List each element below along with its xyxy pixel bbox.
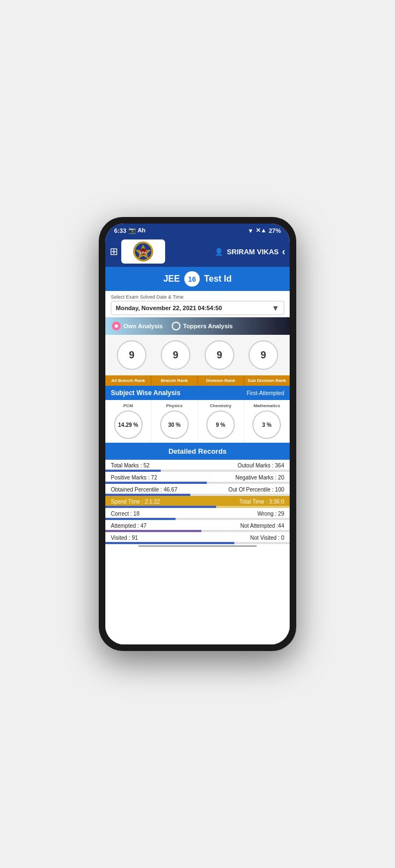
rank-circle-3: 9 bbox=[205, 340, 234, 370]
negative-marks-value: Negative Marks : 20 bbox=[235, 475, 284, 481]
mathematics-label: Mathematics bbox=[253, 403, 280, 408]
all-branch-rank-tab[interactable]: All Branch Rank bbox=[105, 375, 151, 386]
spend-time-row: Spend Time : 2:1:22 Total Time : 3:36:0 bbox=[105, 496, 290, 506]
rank-circles-section: 9 9 9 9 bbox=[105, 335, 290, 375]
signal-icon: ✕▲ bbox=[256, 227, 267, 234]
outof-marks-value: Outouf Marks : 364 bbox=[238, 462, 284, 469]
subject-card-mathematics[interactable]: Mathematics 3 % bbox=[244, 400, 290, 442]
branch-rank-tab[interactable]: Branch Rank bbox=[151, 375, 198, 386]
pcm-label: PCM bbox=[123, 403, 133, 408]
analysis-toggle-bar: Own Analysis Toppers Analysis bbox=[105, 317, 290, 335]
visited-bar bbox=[105, 542, 234, 544]
back-button[interactable]: ‹ bbox=[282, 246, 285, 258]
own-analysis-option[interactable]: Own Analysis bbox=[112, 322, 163, 330]
wrong-value: Wrong : 29 bbox=[257, 511, 284, 517]
jee-testid: Test Id bbox=[204, 274, 232, 284]
rank-circle-4: 9 bbox=[249, 340, 278, 370]
logo-box: ERA bbox=[121, 239, 165, 264]
subject-analysis-subtitle: First-Attempted bbox=[247, 390, 284, 396]
chemistry-label: Chemistry bbox=[210, 403, 232, 408]
subject-cards-row: PCM 14.29 % Physics 30 % Chemistry 9 % M… bbox=[105, 400, 290, 443]
physics-circle: 30 % bbox=[160, 410, 189, 439]
dropdown-arrow-icon: ▼ bbox=[272, 304, 279, 312]
wifi-icon: ▼ bbox=[247, 227, 253, 234]
toppers-analysis-radio[interactable] bbox=[172, 322, 180, 330]
date-selector[interactable]: Monday, November 22, 2021 04:54:50 ▼ bbox=[111, 301, 284, 315]
date-select-label: Select Exam Solved Date & Time bbox=[111, 294, 284, 300]
percentile-row: Obtained Percentile : 46.67 Out Of Perce… bbox=[105, 484, 290, 494]
status-time: 6:33 bbox=[114, 227, 126, 234]
correct-row: Correct : 18 Wrong : 29 bbox=[105, 508, 290, 518]
battery-level: 27% bbox=[269, 227, 281, 234]
mathematics-circle: 3 % bbox=[252, 410, 281, 439]
records-section[interactable]: Total Marks : 52 Outouf Marks : 364 Posi… bbox=[105, 460, 290, 644]
app-logo: ERA bbox=[133, 242, 153, 261]
date-value: Monday, November 22, 2021 04:54:50 bbox=[116, 305, 222, 311]
phone-screen: 6:33 📷 Ah ▼ ✕▲ 27% ⊞ ERA bbox=[105, 224, 290, 644]
status-icons: 📷 Ah bbox=[128, 227, 145, 234]
rank-circle-2: 9 bbox=[161, 340, 190, 370]
user-section: 👤 SRIRAM VIKAS ‹ bbox=[170, 246, 285, 258]
jee-label: JEE bbox=[163, 274, 180, 284]
physics-label: Physics bbox=[166, 403, 183, 408]
attempted-row: Attempted : 47 Not Attempted :44 bbox=[105, 520, 290, 530]
total-marks-row: Total Marks : 52 Outouf Marks : 364 bbox=[105, 460, 290, 470]
subject-card-pcm[interactable]: PCM 14.29 % bbox=[105, 400, 151, 442]
spend-time-label: Spend Time : 2:1:22 bbox=[111, 499, 160, 505]
date-section: Select Exam Solved Date & Time Monday, N… bbox=[105, 291, 290, 317]
sub-division-rank-tab[interactable]: Sub Division Rank bbox=[244, 375, 290, 386]
positive-marks-label: Positive Marks : 72 bbox=[111, 475, 157, 481]
app-header: ⊞ ERA 👤 SRIRAM VIKAS ‹ bbox=[105, 236, 290, 267]
chemistry-circle: 9 % bbox=[206, 410, 235, 439]
detailed-records-button[interactable]: Detailed Records bbox=[105, 443, 290, 460]
detailed-records-label: Detailed Records bbox=[168, 447, 227, 455]
jee-badge: 16 bbox=[184, 271, 200, 287]
status-right-area: ▼ ✕▲ 27% bbox=[247, 227, 281, 234]
subject-card-physics[interactable]: Physics 30 % bbox=[151, 400, 198, 442]
toppers-analysis-label: Toppers Analysis bbox=[183, 323, 233, 329]
scrollbar-thumb bbox=[138, 545, 257, 547]
rank-tabs: All Branch Rank Branch Rank Division Ran… bbox=[105, 375, 290, 386]
visited-label: Visited : 91 bbox=[111, 535, 138, 541]
grid-icon[interactable]: ⊞ bbox=[110, 245, 118, 258]
attempted-label: Attempted : 47 bbox=[111, 523, 146, 529]
status-time-area: 6:33 📷 Ah bbox=[114, 227, 145, 234]
user-name: SRIRAM VIKAS bbox=[227, 248, 279, 256]
not-visited-value: Not Visited : 0 bbox=[250, 535, 284, 541]
subject-analysis-header: Subject Wise Analysis First-Attempted bbox=[105, 386, 290, 400]
obtained-percentile-label: Obtained Percentile : 46.67 bbox=[111, 487, 177, 493]
own-analysis-label: Own Analysis bbox=[123, 323, 163, 329]
rank-circle-1: 9 bbox=[117, 340, 146, 370]
correct-label: Correct : 18 bbox=[111, 511, 139, 517]
outof-percentile-value: Out Of Percentile : 100 bbox=[228, 487, 284, 493]
positive-marks-row: Positive Marks : 72 Negative Marks : 20 bbox=[105, 472, 290, 482]
toppers-analysis-option[interactable]: Toppers Analysis bbox=[172, 322, 233, 330]
visited-bar-container bbox=[105, 542, 290, 544]
pcm-circle: 14.29 % bbox=[114, 410, 143, 439]
subject-card-chemistry[interactable]: Chemistry 9 % bbox=[198, 400, 244, 442]
jee-bar: JEE 16 Test Id bbox=[105, 267, 290, 291]
subject-analysis-title: Subject Wise Analysis bbox=[111, 389, 180, 397]
user-icon: 👤 bbox=[215, 248, 223, 256]
visited-row: Visited : 91 Not Visited : 0 bbox=[105, 532, 290, 542]
not-attempted-value: Not Attempted :44 bbox=[240, 523, 284, 529]
total-time-value: Total Time : 3:36:0 bbox=[239, 499, 284, 505]
phone-device: 6:33 📷 Ah ▼ ✕▲ 27% ⊞ ERA bbox=[99, 217, 296, 651]
own-analysis-radio[interactable] bbox=[112, 322, 121, 330]
status-bar: 6:33 📷 Ah ▼ ✕▲ 27% bbox=[105, 224, 290, 236]
division-rank-tab[interactable]: Division Rank bbox=[198, 375, 244, 386]
total-marks-label: Total Marks : 52 bbox=[111, 462, 150, 469]
svg-text:ERA: ERA bbox=[140, 251, 147, 254]
